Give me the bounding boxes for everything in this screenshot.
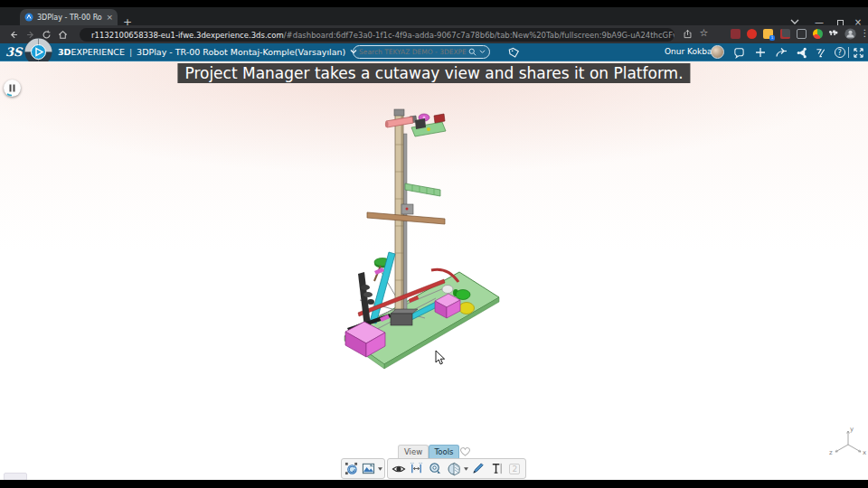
tab-tools[interactable]: Tools bbox=[429, 445, 459, 458]
tab-favicon-icon bbox=[24, 13, 33, 22]
share-arrow-icon[interactable] bbox=[774, 46, 788, 59]
extension-icon[interactable] bbox=[729, 27, 742, 41]
back-icon[interactable] bbox=[5, 27, 22, 42]
capture-dropdown-caret[interactable] bbox=[378, 460, 382, 477]
fullscreen-icon[interactable] bbox=[852, 46, 865, 59]
text-annotation-button[interactable] bbox=[487, 460, 505, 477]
bookmark-star-icon[interactable]: ☆ bbox=[697, 26, 711, 40]
2d-mode-button: 2 bbox=[506, 460, 524, 477]
letterbox-bottom bbox=[0, 480, 868, 488]
axis-triad: y x z bbox=[827, 425, 868, 461]
header-titles: 3DEXPERIENCE | 3DPlay - TR-00 Robot Mont… bbox=[58, 47, 357, 57]
extension-icon[interactable] bbox=[795, 27, 808, 41]
tab-title: 3DPlay - TR-00 Robot Montaj-K bbox=[37, 14, 102, 22]
search-chevron-icon[interactable] bbox=[479, 50, 486, 54]
section-dropdown-caret[interactable] bbox=[463, 460, 468, 477]
visibility-button[interactable] bbox=[390, 460, 407, 477]
extension-icon[interactable] bbox=[745, 27, 759, 41]
section-button[interactable] bbox=[445, 460, 462, 477]
user-name[interactable]: Onur Kokbas bbox=[665, 47, 716, 56]
update-button[interactable] bbox=[344, 460, 360, 477]
tab-close-icon[interactable]: × bbox=[106, 14, 113, 22]
add-plus-icon[interactable] bbox=[753, 46, 767, 59]
url-text: r1132100658338-eu1-ifwe.3dexperience.3ds… bbox=[91, 31, 675, 40]
capture-button[interactable] bbox=[361, 460, 377, 477]
menu-dots-icon[interactable]: ⋮ bbox=[858, 26, 868, 40]
brand-divider: | bbox=[129, 47, 132, 57]
search-input[interactable] bbox=[357, 47, 468, 57]
browser-tab[interactable]: 3DPlay - TR-00 Robot Montaj-K × bbox=[20, 9, 118, 25]
svg-text:y: y bbox=[850, 426, 854, 433]
extension-icon[interactable] bbox=[778, 27, 792, 41]
screen: 3DPlay - TR-00 Robot Montaj-K × + — × r1… bbox=[0, 0, 868, 488]
tab-search-chevron-icon[interactable] bbox=[790, 19, 799, 24]
brand-name: 3DEXPERIENCE bbox=[58, 47, 125, 57]
3d-viewport[interactable] bbox=[0, 61, 868, 480]
search-box[interactable] bbox=[353, 45, 490, 59]
notifications-bubble-icon[interactable] bbox=[732, 46, 746, 59]
header-divider bbox=[848, 47, 849, 58]
3ds-logo: 3S bbox=[5, 44, 24, 60]
svg-text:3S: 3S bbox=[5, 45, 24, 59]
tag-icon[interactable] bbox=[507, 46, 521, 59]
pause-button[interactable] bbox=[4, 80, 21, 97]
share-icon[interactable] bbox=[681, 27, 694, 41]
share-nodes-icon[interactable] bbox=[795, 46, 808, 59]
toolbar-group-tools: 2 bbox=[387, 458, 526, 479]
profile-avatar[interactable] bbox=[844, 27, 857, 41]
extension-icon[interactable] bbox=[811, 27, 825, 41]
search-icon[interactable] bbox=[468, 48, 476, 56]
url-bar[interactable]: r1132100658338-eu1-ifwe.3dexperience.3ds… bbox=[80, 28, 675, 42]
measure-between-button[interactable] bbox=[408, 460, 425, 477]
ink-pen-button[interactable] bbox=[469, 460, 486, 477]
browser-tabstrip: 3DPlay - TR-00 Robot Montaj-K × + — × bbox=[0, 7, 868, 25]
svg-text:x: x bbox=[863, 449, 866, 456]
favorite-heart-icon[interactable] bbox=[459, 446, 471, 456]
tab-view[interactable]: View bbox=[398, 445, 429, 458]
user-avatar[interactable] bbox=[711, 45, 724, 59]
mouse-cursor bbox=[434, 350, 447, 366]
subtitle-caption: Project Manager takes a cutaway view and… bbox=[177, 63, 690, 83]
toolbar-group-capture bbox=[341, 458, 385, 479]
home-icon[interactable] bbox=[54, 27, 71, 42]
collaboration-icon[interactable] bbox=[814, 46, 827, 59]
help-icon[interactable]: ? bbox=[833, 46, 846, 59]
app-title[interactable]: 3DPlay - TR-00 Robot Montaj-Komple(Varsa… bbox=[137, 47, 345, 57]
measure-tape-button[interactable] bbox=[427, 460, 444, 477]
svg-text:z: z bbox=[829, 449, 833, 456]
extension-icon[interactable]: 1 bbox=[761, 27, 775, 41]
extensions-puzzle-icon[interactable] bbox=[827, 27, 841, 41]
